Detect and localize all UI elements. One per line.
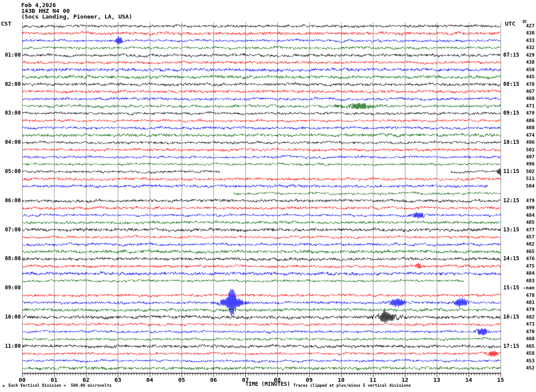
helicorder-page: Feb 4,2026 143B HHZ N4 00 (Socs Landing,… [0,0,536,392]
x-axis-title: TIME (MINUTES) [245,381,290,387]
x-tick-label: 13 [431,377,443,383]
dc-value: 468 [517,336,535,342]
dc-value: -nan [517,285,535,291]
dc-value: 477 [517,227,535,233]
dc-value: 445 [517,74,535,80]
cst-hour-label: 05:00 [0,169,21,174]
dc-value: 483 [517,278,535,284]
cst-hour-label: 02:00 [0,81,21,87]
dc-value: 479 [517,198,535,204]
dc-value: 452 [517,365,535,371]
dc-value: 467 [517,89,535,94]
dc-value: 476 [517,256,535,261]
x-tick-label: 11 [367,377,379,383]
x-tick-label: 03 [112,377,124,383]
x-tick-label: 04 [144,377,155,383]
dc-value: 511 [517,176,535,181]
cst-hour-label: 06:00 [0,198,21,204]
x-tick-label: 05 [176,377,187,383]
x-tick-label: 14 [463,377,474,383]
x-tick-label: 02 [80,377,92,383]
dc-value: 479 [517,111,535,116]
dc-value: 482 [517,242,535,247]
dc-value: 499 [517,205,535,211]
cst-hour-label: 11:00 [0,343,21,349]
right-timezone-label: UTC [505,20,515,27]
cst-hour-label: 07:00 [0,227,21,233]
left-timezone-label: CST [1,20,11,27]
dc-value: 486 [517,118,535,123]
cst-hour-label: 03:00 [0,110,21,116]
dc-value: 478 [517,82,535,87]
dc-value: 468 [517,96,535,101]
scale-note: Each Vertical Division = 500.00 microvol… [8,383,112,388]
dc-value: 474 [517,133,535,138]
x-tick-label: 00 [16,377,28,383]
dc-value: 453 [517,358,535,364]
dc-value: 471 [517,104,535,109]
cst-hour-label: 08:00 [0,256,21,261]
dc-value: 496 [517,140,535,145]
dc-value: 479 [517,307,535,312]
cst-hour-label: 10:00 [0,314,21,320]
dc-value: 430 [517,31,535,36]
dc-value: 457 [517,234,535,240]
dc-value: 438 [517,60,535,65]
dc-value: 484 [517,271,535,276]
dc-value: 485 [517,220,535,225]
dc-value: 429 [517,53,535,58]
dc-value: 502 [517,169,535,174]
x-tick-label: 06 [208,377,219,383]
dc-value: 482 [517,315,535,320]
dc-value: 473 [517,322,535,327]
x-tick-label: 01 [48,377,60,383]
dc-value: 496 [517,161,535,167]
x-tick-label: 15 [495,377,506,383]
cst-hour-label: 09:00 [0,285,21,291]
cst-hour-label: 01:00 [0,52,21,58]
dc-value: 488 [517,125,535,131]
x-tick-label: 12 [399,377,411,383]
seismogram-plot-canvas [0,0,536,392]
dc-value: 481 [517,300,535,305]
dc-value: 465 [517,344,535,349]
dc-value: 484 [517,213,535,218]
dc-value: 458 [517,351,535,356]
corner-glyph: M [3,384,4,388]
dc-value: 475 [517,264,535,269]
x-tick-label: 10 [335,377,347,383]
dc-value: 465 [517,249,535,254]
dc-value: 432 [517,45,535,50]
dc-value: 427 [517,23,535,29]
title-location: (Socs Landing, Pioneer, LA, USA) [21,14,132,19]
dc-value: 497 [517,154,535,160]
clip-note: Traces clipped at plus/minus 5 vertical … [293,383,411,388]
dc-value: 470 [517,329,535,334]
dc-value: 450 [517,67,535,73]
cst-hour-label: 04:00 [0,139,21,145]
x-tick-label: 09 [303,377,315,383]
dc-value: 433 [517,38,535,43]
dc-value: 504 [517,184,535,189]
dc-value: 501 [517,147,535,153]
dc-value: 478 [517,293,535,298]
